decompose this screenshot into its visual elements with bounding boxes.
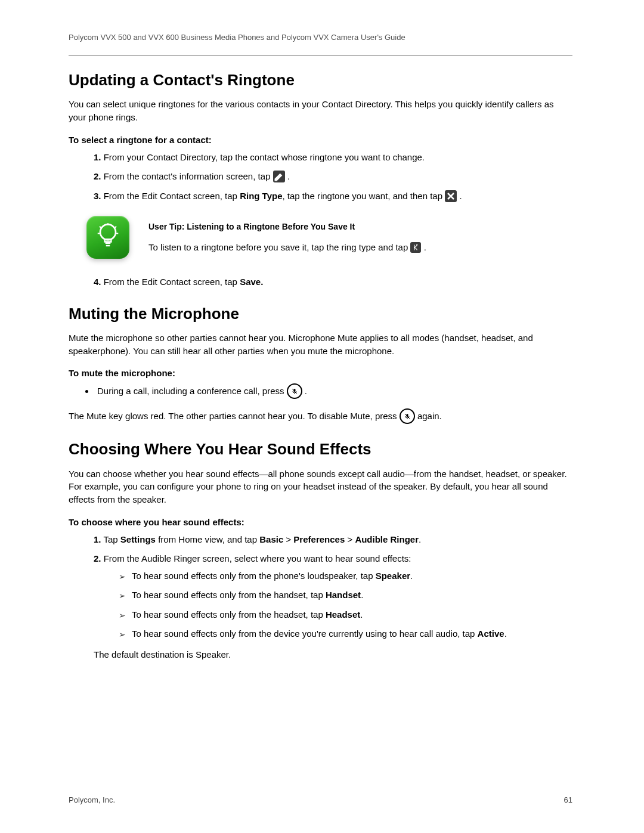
- bullet-text: During a call, including a conference ca…: [97, 386, 287, 396]
- list-item: To hear sound effects only from the phon…: [132, 569, 572, 583]
- ordered-list: 1. Tap Settings from Home view, and tap …: [69, 533, 572, 662]
- bold-text: Basic: [259, 534, 283, 544]
- header-rule: [69, 55, 572, 56]
- document-page: Polycom VVX 500 and VVX 600 Business Med…: [0, 0, 644, 833]
- page-footer: Polycom, Inc. 61: [69, 795, 572, 804]
- section-muting: Muting the Microphone Mute the microphon…: [69, 305, 572, 425]
- ordered-list: 4. From the Edit Contact screen, tap Sav…: [69, 275, 572, 289]
- tip-text: User Tip: Listening to a Ringtone Before…: [148, 216, 426, 255]
- bold-text: Speaker: [376, 571, 410, 581]
- text-part: .: [419, 534, 421, 544]
- step-number: 4.: [94, 277, 101, 287]
- bullet-list: During a call, including a conference ca…: [69, 384, 572, 400]
- procedure-lead: To mute the microphone:: [69, 368, 572, 378]
- step-number: 1.: [94, 152, 101, 162]
- section-sound-effects: Choosing Where You Hear Sound Effects Yo…: [69, 440, 572, 661]
- step-text: From the contact's information screen, t…: [104, 171, 273, 181]
- bold-text: Settings: [120, 534, 156, 544]
- opt-text: To hear sound effects only from the phon…: [132, 571, 376, 581]
- tip-title: User Tip: Listening to a Ringtone Before…: [148, 222, 426, 231]
- step-number: 2.: [94, 171, 101, 181]
- text-part: >: [283, 534, 293, 544]
- list-item: 1. Tap Settings from Home view, and tap …: [94, 533, 572, 547]
- svg-point-1: [417, 244, 418, 246]
- list-item: To hear sound effects only from the devi…: [132, 627, 572, 641]
- paragraph: The Mute key glows red. The other partie…: [69, 409, 572, 425]
- list-item: 2. From the Audible Ringer screen, selec…: [94, 552, 572, 661]
- tip-text-part: .: [424, 242, 426, 252]
- procedure-lead: To choose where you hear sound effects:: [69, 517, 572, 527]
- ordered-list: 1. From your Contact Directory, tap the …: [69, 151, 572, 203]
- step-text: .: [459, 191, 462, 201]
- list-item: To hear sound effects only from the hand…: [132, 589, 572, 602]
- edit-icon: [273, 171, 285, 182]
- list-item: 4. From the Edit Contact screen, tap Sav…: [94, 275, 572, 289]
- opt-text: .: [361, 590, 363, 600]
- opt-text: To hear sound effects only from the hand…: [132, 590, 326, 600]
- play-icon: [410, 242, 421, 253]
- step-text: From the Edit Contact screen, tap: [104, 277, 240, 287]
- bullet-text: .: [305, 386, 307, 396]
- text-part: from Home view, and tap: [156, 534, 259, 544]
- mute-icon: [287, 383, 302, 399]
- list-item: 3. From the Edit Contact screen, tap Rin…: [94, 190, 572, 203]
- section-updating-ringtone: Updating a Contact's Ringtone You can se…: [69, 71, 572, 289]
- text-part: again.: [417, 411, 442, 421]
- heading-sound-effects: Choosing Where You Hear Sound Effects: [69, 440, 572, 459]
- bold-text: Active: [478, 628, 504, 639]
- step-text: From the Audible Ringer screen, select w…: [104, 553, 411, 563]
- tip-text-part: To listen to a ringtone before you save …: [148, 242, 410, 252]
- procedure-lead: To select a ringtone for a contact:: [69, 135, 572, 145]
- bold-text: Ring Type: [240, 191, 282, 201]
- list-item: During a call, including a conference ca…: [95, 384, 572, 400]
- close-icon: [445, 190, 457, 202]
- text-part: >: [345, 534, 355, 544]
- text-part: The Mute key glows red. The other partie…: [69, 411, 400, 421]
- tip-block: User Tip: Listening to a Ringtone Before…: [86, 216, 572, 259]
- bold-text: Audible Ringer: [355, 534, 419, 544]
- opt-text: .: [504, 628, 507, 639]
- intro-text: Mute the microphone so other parties can…: [69, 332, 572, 358]
- svg-point-0: [100, 225, 116, 240]
- footer-company: Polycom, Inc.: [69, 795, 115, 804]
- bold-text: Handset: [326, 590, 361, 600]
- lightbulb-icon: [86, 216, 129, 259]
- list-item: 2. From the contact's information screen…: [94, 170, 572, 184]
- step-text: .: [287, 171, 290, 181]
- bold-text: Save.: [240, 277, 263, 287]
- doc-header: Polycom VVX 500 and VVX 600 Business Med…: [69, 33, 572, 42]
- arrow-list: To hear sound effects only from the phon…: [94, 569, 572, 641]
- step-number: 1.: [94, 534, 101, 544]
- heading-updating-ringtone: Updating a Contact's Ringtone: [69, 71, 572, 89]
- bold-text: Headset: [326, 609, 360, 620]
- tip-body: To listen to a ringtone before you save …: [148, 241, 426, 255]
- step-number: 2.: [94, 553, 101, 563]
- opt-text: To hear sound effects only from the head…: [132, 609, 326, 620]
- intro-text: You can select unique ringtones for the …: [69, 98, 572, 124]
- step-text: , tap the ringtone you want, and then ta…: [283, 191, 445, 201]
- default-note: The default destination is Speaker.: [94, 648, 572, 662]
- opt-text: .: [410, 571, 413, 581]
- step-text: From your Contact Directory, tap the con…: [104, 152, 425, 162]
- list-item: To hear sound effects only from the head…: [132, 608, 572, 622]
- step-text: From the Edit Contact screen, tap: [104, 191, 240, 201]
- heading-muting: Muting the Microphone: [69, 305, 572, 323]
- mute-icon: [400, 408, 415, 424]
- step-number: 3.: [94, 191, 101, 201]
- opt-text: To hear sound effects only from the devi…: [132, 628, 478, 639]
- intro-text: You can choose whether you hear sound ef…: [69, 467, 572, 506]
- opt-text: .: [360, 609, 363, 620]
- text-part: Tap: [103, 534, 120, 544]
- footer-page-number: 61: [564, 795, 572, 804]
- bold-text: Preferences: [293, 534, 345, 544]
- list-item: 1. From your Contact Directory, tap the …: [94, 151, 572, 165]
